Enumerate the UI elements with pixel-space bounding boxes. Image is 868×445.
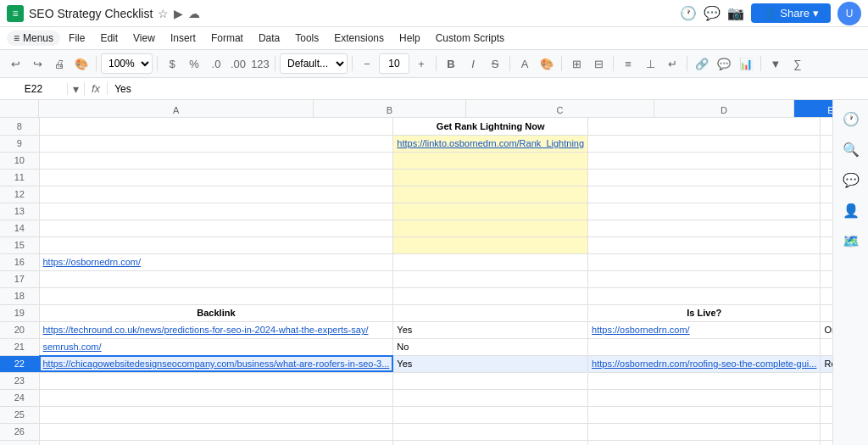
formula-expand-button[interactable]: ▾ <box>68 82 85 96</box>
osborne-link-16[interactable]: https://osbornedrn.com/ <box>43 257 142 267</box>
drive-icon[interactable]: ▶ <box>174 7 183 20</box>
zoom-select[interactable]: 100% <box>101 53 153 74</box>
borders-button[interactable]: ⊞ <box>566 53 587 74</box>
menus-button[interactable]: ≡ Menus <box>7 31 60 46</box>
menu-view[interactable]: View <box>126 31 162 46</box>
decimal-button[interactable]: .0 <box>206 53 226 74</box>
col-header-d[interactable]: D <box>654 100 794 117</box>
cell-b20[interactable]: Yes <box>393 321 588 338</box>
font-select[interactable]: Default... <box>280 53 348 74</box>
sidebar-icon-chat[interactable]: 💬 <box>839 168 863 192</box>
menu-insert[interactable]: Insert <box>164 31 203 46</box>
font-size-input[interactable] <box>379 53 409 74</box>
cell-b12[interactable] <box>393 186 588 203</box>
font-increase-button[interactable]: + <box>411 53 431 74</box>
menu-file[interactable]: File <box>62 31 92 46</box>
sidebar-icon-user[interactable]: 👤 <box>839 198 863 222</box>
cell-c22[interactable]: https://osbornedrn.com/roofing-seo-the-c… <box>588 355 821 372</box>
cell-b9[interactable]: https://linkto.osbornedrn.com/Rank_Light… <box>393 135 588 152</box>
backlink-21[interactable]: semrush.com/ <box>43 342 102 352</box>
backlink-20[interactable]: https://techround.co.uk/news/predictions… <box>43 325 369 335</box>
cell-a12[interactable] <box>39 186 393 203</box>
fill-color-button[interactable]: 🎨 <box>537 53 557 74</box>
undo-button[interactable]: ↩ <box>5 53 25 74</box>
cell-c21[interactable] <box>588 338 821 355</box>
cell-b19[interactable] <box>393 304 588 321</box>
function-button[interactable]: ∑ <box>787 53 808 74</box>
align-v-button[interactable]: ⊥ <box>640 53 660 74</box>
col-header-c[interactable]: C <box>466 100 655 117</box>
print-button[interactable]: 🖨 <box>49 53 70 74</box>
comment-button[interactable]: 💬 <box>714 53 734 74</box>
share-button[interactable]: 👤 Share ▾ <box>751 3 831 23</box>
comment-icon[interactable]: 💬 <box>704 5 721 21</box>
font-decrease-button[interactable]: − <box>357 53 377 74</box>
cell-reference[interactable]: E22 <box>0 83 68 95</box>
cell-a20[interactable]: https://techround.co.uk/news/predictions… <box>39 321 393 338</box>
cell-a17[interactable] <box>39 270 393 287</box>
text-color-button[interactable]: A <box>515 53 535 74</box>
cell-a13[interactable] <box>39 203 393 220</box>
menu-help[interactable]: Help <box>392 31 427 46</box>
cell-c20[interactable]: https://osbornedrn.com/ <box>588 321 821 338</box>
formula-content[interactable]: Yes <box>108 83 868 95</box>
rank-lightning-link[interactable]: https://linkto.osbornedrn.com/Rank_Light… <box>397 138 584 148</box>
cell-b13[interactable] <box>393 203 588 220</box>
cell-b11[interactable] <box>393 169 588 186</box>
menu-edit[interactable]: Edit <box>93 31 125 46</box>
cell-a16[interactable]: https://osbornedrn.com/ <box>39 253 393 270</box>
redo-button[interactable]: ↪ <box>27 53 47 74</box>
col-header-b[interactable]: B <box>314 100 465 117</box>
cell-c15[interactable] <box>588 236 821 253</box>
cell-a21[interactable]: semrush.com/ <box>39 338 393 355</box>
cell-a22[interactable]: https://chicagowebsitedesignseocompany.c… <box>39 355 393 372</box>
currency-button[interactable]: $ <box>162 53 182 74</box>
decimal-dec-button[interactable]: .00 <box>228 53 248 74</box>
linking-to-20[interactable]: https://osbornedrn.com/ <box>592 325 690 335</box>
col-header-a[interactable]: A <box>39 100 314 117</box>
star-icon[interactable]: ☆ <box>158 7 169 20</box>
cloud-icon[interactable]: ☁ <box>188 7 200 20</box>
video-icon[interactable]: 📷 <box>727 5 744 21</box>
chart-button[interactable]: 📊 <box>736 53 756 74</box>
link-button[interactable]: 🔗 <box>692 53 712 74</box>
cell-b15[interactable] <box>393 236 588 253</box>
cell-c13[interactable] <box>588 203 821 220</box>
linking-to-22[interactable]: https://osbornedrn.com/roofing-seo-the-c… <box>592 359 816 369</box>
menu-data[interactable]: Data <box>252 31 287 46</box>
merge-button[interactable]: ⊟ <box>588 53 609 74</box>
cell-a15[interactable] <box>39 236 393 253</box>
sidebar-icon-explore[interactable]: 🔍 <box>839 137 863 161</box>
format-num-button[interactable]: 123 <box>250 53 270 74</box>
cell-b10[interactable] <box>393 152 588 169</box>
cell-b22[interactable]: Yes <box>393 355 588 372</box>
cell-b16[interactable] <box>393 253 588 270</box>
cell-b21[interactable]: No <box>393 338 588 355</box>
cell-b14[interactable] <box>393 220 588 236</box>
cell-c10[interactable] <box>588 152 821 169</box>
wrap-button[interactable]: ↵ <box>662 53 682 74</box>
history-icon[interactable]: 🕐 <box>680 5 697 21</box>
menu-tools[interactable]: Tools <box>288 31 326 46</box>
bold-button[interactable]: B <box>441 53 461 74</box>
cell-a11[interactable] <box>39 169 393 186</box>
filter-button[interactable]: ▼ <box>765 53 786 74</box>
menu-format[interactable]: Format <box>204 31 250 46</box>
cell-c14[interactable] <box>588 220 821 236</box>
cell-c12[interactable] <box>588 186 821 203</box>
strikethrough-button[interactable]: S <box>485 53 505 74</box>
align-left-button[interactable]: ≡ <box>618 53 638 74</box>
cell-c17[interactable] <box>588 270 821 287</box>
cell-a18[interactable] <box>39 287 393 304</box>
paint-format-button[interactable]: 🎨 <box>71 53 92 74</box>
cell-c16[interactable] <box>588 253 821 270</box>
sidebar-icon-map[interactable]: 🗺️ <box>839 229 863 253</box>
cell-c8[interactable] <box>588 118 821 135</box>
sidebar-icon-history[interactable]: 🕐 <box>839 107 863 131</box>
user-avatar[interactable]: U <box>837 2 861 25</box>
cell-b17[interactable] <box>393 270 588 287</box>
cell-b8[interactable]: Get Rank Lightning Now <box>393 118 588 135</box>
cell-a14[interactable] <box>39 220 393 236</box>
cell-c9[interactable] <box>588 135 821 152</box>
menu-extensions[interactable]: Extensions <box>327 31 391 46</box>
